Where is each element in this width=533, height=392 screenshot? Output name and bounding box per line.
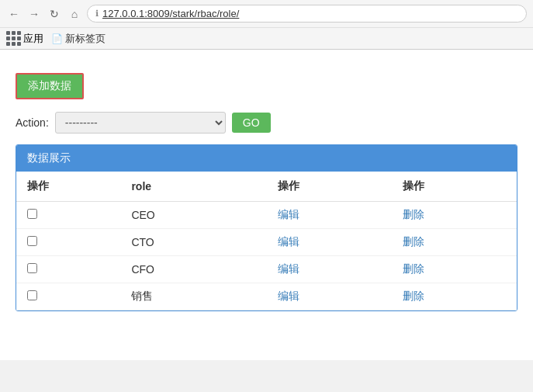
table-row: CTO 编辑 删除 [16, 229, 517, 256]
address-bar[interactable]: ℹ 127.0.0.1:8009/stark/rbac/role/ [87, 5, 527, 23]
new-tab-label: 新标签页 [65, 32, 106, 46]
row-edit-cell: 编辑 [267, 229, 392, 256]
edit-link[interactable]: 编辑 [278, 290, 299, 302]
new-tab-bookmark[interactable]: 📄 新标签页 [51, 32, 106, 46]
row-delete-cell: 删除 [392, 202, 517, 229]
browser-chrome: ← → ↻ ⌂ ℹ 127.0.0.1:8009/stark/rbac/role… [0, 0, 533, 50]
row-checkbox-cell [16, 202, 120, 229]
row-checkbox[interactable] [27, 290, 37, 300]
apps-label: 应用 [23, 32, 43, 46]
action-bar: Action: --------- GO [16, 112, 517, 134]
reload-button[interactable]: ↻ [47, 6, 62, 22]
delete-link[interactable]: 删除 [403, 290, 424, 302]
row-role: 销售 [120, 283, 266, 310]
action-label: Action: [16, 116, 49, 129]
edit-link[interactable]: 编辑 [278, 235, 299, 248]
row-role: CTO [120, 229, 266, 256]
row-checkbox-cell [16, 229, 120, 256]
delete-link[interactable]: 删除 [403, 262, 424, 275]
apps-grid-icon [6, 31, 21, 46]
table-row: 销售 编辑 删除 [16, 283, 517, 310]
table-row: CFO 编辑 删除 [16, 256, 517, 283]
th-delete: 操作 [392, 172, 517, 202]
row-edit-cell: 编辑 [267, 202, 392, 229]
th-edit: 操作 [267, 172, 392, 202]
row-delete-cell: 删除 [392, 283, 517, 310]
row-role: CFO [120, 256, 266, 283]
url-text: 127.0.0.1:8009/stark/rbac/role/ [102, 8, 518, 19]
edit-link[interactable]: 编辑 [278, 262, 299, 275]
row-checkbox-cell [16, 283, 120, 310]
row-role: CEO [120, 202, 266, 229]
row-edit-cell: 编辑 [267, 283, 392, 310]
back-button[interactable]: ← [6, 6, 22, 22]
apps-button[interactable]: 应用 [6, 31, 43, 46]
page-icon: 📄 [51, 33, 63, 44]
browser-bookmarks: 应用 📄 新标签页 [0, 27, 533, 49]
row-checkbox[interactable] [27, 209, 37, 219]
delete-link[interactable]: 删除 [403, 235, 424, 248]
page-content: 添加数据 Action: --------- GO 数据展示 操作 role 操… [0, 50, 533, 360]
row-checkbox[interactable] [27, 263, 37, 273]
browser-nav: ← → ↻ ⌂ ℹ 127.0.0.1:8009/stark/rbac/role… [0, 0, 533, 27]
go-button[interactable]: GO [232, 113, 271, 133]
table-section-title: 数据展示 [16, 145, 517, 172]
table-row: CEO 编辑 删除 [16, 202, 517, 229]
row-delete-cell: 删除 [392, 229, 517, 256]
table-header: 操作 role 操作 操作 [16, 172, 517, 202]
lock-icon: ℹ [95, 9, 99, 19]
home-button[interactable]: ⌂ [67, 6, 82, 22]
row-checkbox[interactable] [27, 236, 37, 246]
row-delete-cell: 删除 [392, 256, 517, 283]
table-body: CEO 编辑 删除 CTO 编辑 删除 CFO 编辑 [16, 202, 517, 310]
th-operation: 操作 [16, 172, 120, 202]
row-edit-cell: 编辑 [267, 256, 392, 283]
add-data-button[interactable]: 添加数据 [16, 73, 84, 99]
edit-link[interactable]: 编辑 [278, 208, 299, 220]
delete-link[interactable]: 删除 [403, 208, 424, 220]
action-select[interactable]: --------- [55, 112, 226, 134]
th-role: role [120, 172, 266, 202]
data-table: 操作 role 操作 操作 CEO 编辑 删除 CTO [16, 172, 517, 310]
data-table-container: 数据展示 操作 role 操作 操作 CEO 编辑 删除 [16, 144, 517, 311]
row-checkbox-cell [16, 256, 120, 283]
forward-button[interactable]: → [26, 6, 42, 22]
